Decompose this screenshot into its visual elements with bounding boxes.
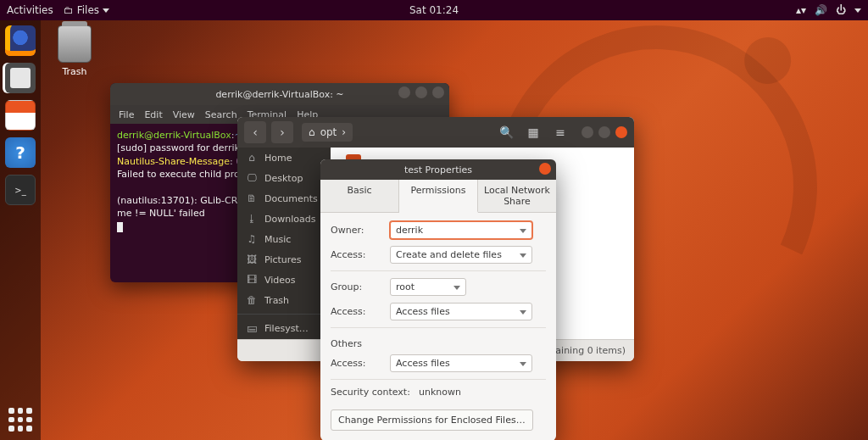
- change-permissions-enclosed-button[interactable]: Change Permissions for Enclosed Files…: [331, 409, 533, 431]
- files-headerbar[interactable]: ‹ › ⌂ opt › 🔍 ▦ ≡: [237, 117, 634, 148]
- window-maximize-button[interactable]: [598, 126, 610, 138]
- home-icon: ⌂: [309, 126, 315, 138]
- sidebar-item-label: Videos: [264, 275, 296, 286]
- power-icon[interactable]: ⏻: [836, 4, 846, 16]
- terminal-titlebar[interactable]: derrik@derrik-VirtualBox: ~: [110, 83, 449, 105]
- sidebar-item-pictures[interactable]: 🖼Pictures: [237, 249, 331, 270]
- others-access-label: Access:: [331, 358, 383, 369]
- documents-icon: 🗎: [246, 192, 258, 204]
- launcher-firefox[interactable]: [5, 25, 36, 56]
- sidebar-item-trash[interactable]: 🗑Trash: [237, 290, 331, 310]
- volume-icon[interactable]: 🔊: [815, 4, 827, 16]
- sidebar-item-music[interactable]: ♫Music: [237, 229, 331, 249]
- sidebar-item-label: Documents: [264, 193, 318, 204]
- sidebar-item-label: Trash: [264, 295, 289, 306]
- videos-icon: 🎞: [246, 274, 258, 286]
- desktop-icon: 🖵: [246, 172, 258, 184]
- breadcrumb-segment[interactable]: opt: [320, 126, 337, 138]
- folder-icon: 🗀: [64, 4, 74, 16]
- pictures-icon: 🖼: [246, 253, 258, 265]
- menu-view[interactable]: View: [173, 109, 195, 120]
- group-access-combo[interactable]: Access files: [390, 303, 532, 320]
- search-button[interactable]: 🔍: [495, 121, 517, 143]
- sidebar-item-label: Desktop: [264, 173, 303, 184]
- show-applications-button[interactable]: [8, 408, 32, 432]
- properties-dialog[interactable]: test Properties Basic Permissions Local …: [320, 159, 556, 440]
- desktop-trash[interactable]: Trash: [49, 25, 100, 77]
- security-context-value: unknown: [419, 387, 461, 398]
- launcher-software[interactable]: [5, 100, 36, 131]
- tab-basic[interactable]: Basic: [320, 180, 399, 212]
- sidebar-item-label: Music: [264, 234, 291, 245]
- sidebar-item-label: Filesyst…: [264, 323, 309, 334]
- downloads-icon: ⭳: [246, 213, 258, 225]
- chevron-down-icon: [854, 8, 861, 13]
- sidebar-item-desktop[interactable]: 🖵Desktop: [237, 168, 331, 188]
- back-button[interactable]: ‹: [244, 121, 266, 143]
- window-close-button[interactable]: [432, 86, 444, 98]
- sidebar-item-filesystem[interactable]: 🖴Filesyst…: [237, 318, 331, 338]
- window-minimize-button[interactable]: [398, 86, 410, 98]
- others-access-combo[interactable]: Access files: [390, 354, 532, 372]
- hamburger-menu-button[interactable]: ≡: [549, 121, 571, 143]
- trash-icon: [58, 25, 92, 63]
- window-minimize-button[interactable]: [581, 126, 593, 138]
- disk-icon: 🖴: [246, 322, 258, 334]
- properties-titlebar[interactable]: test Properties: [320, 159, 556, 180]
- window-close-button[interactable]: [539, 163, 551, 175]
- properties-tabs: Basic Permissions Local Network Share: [320, 180, 556, 213]
- owner-combo[interactable]: derrik: [390, 221, 532, 239]
- sidebar-item-label: Home: [264, 153, 292, 164]
- menu-search[interactable]: Search: [205, 109, 237, 120]
- owner-access-combo[interactable]: Create and delete files: [390, 246, 532, 264]
- tab-permissions[interactable]: Permissions: [399, 180, 478, 213]
- home-icon: ⌂: [246, 152, 258, 164]
- others-section-label: Others: [331, 338, 546, 349]
- window-maximize-button[interactable]: [415, 86, 427, 98]
- terminal-title: derrik@derrik-VirtualBox: ~: [215, 89, 343, 100]
- properties-title: test Properties: [404, 164, 472, 175]
- app-menu-label: Files: [77, 4, 99, 16]
- owner-label: Owner:: [331, 225, 383, 236]
- owner-access-label: Access:: [331, 249, 383, 260]
- music-icon: ♫: [246, 233, 258, 245]
- sidebar-item-videos[interactable]: 🎞Videos: [237, 270, 331, 290]
- group-label: Group:: [331, 281, 383, 292]
- sidebar-item-documents[interactable]: 🗎Documents: [237, 188, 331, 209]
- tab-local-network-share[interactable]: Local Network Share: [478, 180, 556, 212]
- sidebar-item-label: Pictures: [264, 254, 302, 265]
- group-combo[interactable]: root: [390, 278, 466, 296]
- launcher-files[interactable]: [5, 63, 36, 93]
- network-icon[interactable]: ▴▾: [796, 4, 806, 16]
- launcher-terminal[interactable]: >_: [5, 175, 36, 205]
- menu-edit[interactable]: Edit: [144, 109, 162, 120]
- files-sidebar: ⌂Home 🖵Desktop 🗎Documents ⭳Downloads ♫Mu…: [237, 148, 331, 339]
- trash-icon: 🗑: [246, 294, 258, 306]
- launcher: ? >_: [0, 20, 41, 440]
- sidebar-item-label: Downloads: [264, 214, 315, 225]
- activities-button[interactable]: Activities: [7, 4, 53, 16]
- clock[interactable]: Sat 01:24: [409, 4, 459, 16]
- view-grid-button[interactable]: ▦: [522, 121, 544, 143]
- trash-label: Trash: [49, 66, 100, 77]
- chevron-down-icon: [103, 8, 109, 13]
- group-access-label: Access:: [331, 306, 383, 317]
- launcher-help[interactable]: ?: [5, 137, 36, 168]
- window-close-button[interactable]: [615, 126, 627, 138]
- chevron-right-icon: ›: [342, 126, 346, 138]
- app-menu[interactable]: 🗀 Files: [64, 4, 109, 16]
- forward-button[interactable]: ›: [271, 121, 293, 143]
- menu-file[interactable]: File: [119, 109, 134, 120]
- breadcrumb[interactable]: ⌂ opt ›: [302, 123, 353, 142]
- sidebar-item-home[interactable]: ⌂Home: [237, 148, 331, 168]
- security-context-label: Security context:: [331, 387, 412, 398]
- sidebar-item-downloads[interactable]: ⭳Downloads: [237, 209, 331, 229]
- terminal-cursor: [117, 222, 123, 232]
